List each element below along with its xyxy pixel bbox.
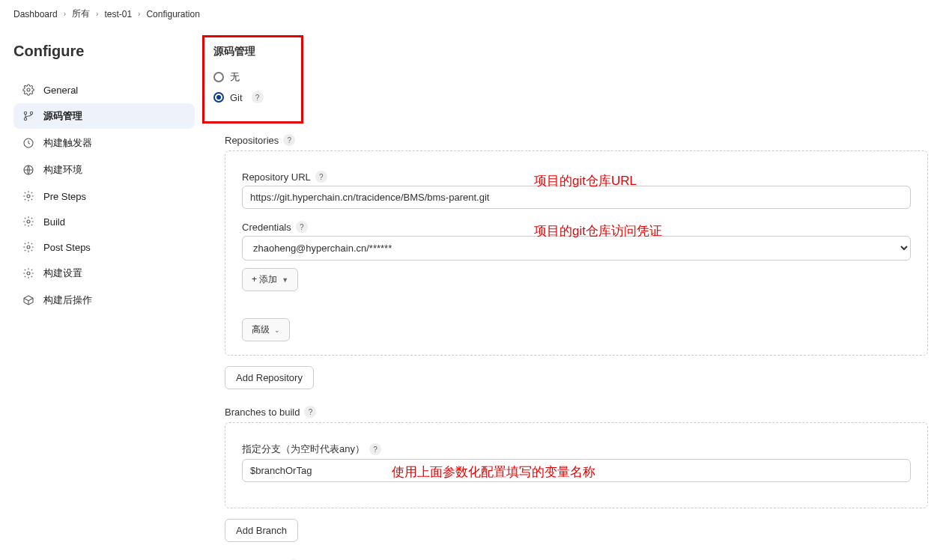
nav-build[interactable]: Build xyxy=(13,210,195,234)
chevron-right-icon: › xyxy=(96,10,98,18)
nav-poststeps[interactable]: Post Steps xyxy=(13,235,195,259)
chevron-right-icon: › xyxy=(64,10,66,18)
breadcrumb-item[interactable]: test-01 xyxy=(104,9,132,19)
scm-option-git[interactable]: Git ? xyxy=(213,91,264,103)
nav-label: Pre Steps xyxy=(43,191,86,202)
help-icon[interactable]: ? xyxy=(315,171,327,183)
chevron-down-icon: ⌄ xyxy=(274,326,280,334)
nav-general[interactable]: General xyxy=(13,78,195,102)
radio-label: 无 xyxy=(230,70,240,84)
nav-label: 构建后操作 xyxy=(43,293,92,307)
svg-point-9 xyxy=(27,272,30,275)
add-credentials-button[interactable]: + 添加 ▼ xyxy=(242,268,298,291)
scm-highlight-box: 源码管理 无 Git ? xyxy=(202,35,303,124)
globe-icon xyxy=(22,164,34,176)
nav-label: Build xyxy=(43,216,65,228)
advanced-button[interactable]: 高级 ⌄ xyxy=(242,318,290,341)
scm-option-none[interactable]: 无 xyxy=(213,70,264,84)
help-icon[interactable]: ? xyxy=(296,221,308,233)
repositories-label: Repositories ? xyxy=(225,134,928,146)
repositories-box: Repository URL ? 项目的git仓库URL Credentials… xyxy=(225,150,928,356)
main-content: 源码管理 无 Git ? Repositories ? Repository U… xyxy=(195,28,943,560)
radio-label: Git xyxy=(230,92,243,103)
chevron-right-icon: › xyxy=(138,10,140,18)
nav-label: 构建环境 xyxy=(43,163,82,177)
add-repository-button[interactable]: Add Repository xyxy=(225,366,314,389)
svg-point-6 xyxy=(27,195,30,198)
breadcrumb-item[interactable]: 所有 xyxy=(72,7,90,20)
svg-point-7 xyxy=(27,220,30,223)
svg-point-8 xyxy=(27,246,30,249)
breadcrumb-item[interactable]: Dashboard xyxy=(13,9,58,19)
chevron-down-icon: ▼ xyxy=(282,276,288,284)
svg-point-2 xyxy=(24,118,26,120)
nav-env[interactable]: 构建环境 xyxy=(13,157,195,183)
box-icon xyxy=(22,294,34,306)
branches-label: Branches to build ? xyxy=(225,406,928,418)
svg-point-3 xyxy=(30,112,32,114)
clock-icon xyxy=(22,137,34,149)
branch-specifier-label: 指定分支（为空时代表any） ? xyxy=(242,442,911,456)
annotation-branch: 使用上面参数化配置填写的变量名称 xyxy=(392,463,595,481)
annotation-url: 项目的git仓库URL xyxy=(534,172,637,189)
nav-postbuild[interactable]: 构建后操作 xyxy=(13,287,195,313)
sidebar: Configure General 源码管理 构建触发器 构建环境 Pre St… xyxy=(0,28,195,560)
nav-settings[interactable]: 构建设置 xyxy=(13,261,195,286)
nav-label: 构建触发器 xyxy=(43,136,92,150)
help-icon[interactable]: ? xyxy=(304,406,316,418)
nav-triggers[interactable]: 构建触发器 xyxy=(13,130,195,156)
nav-scm[interactable]: 源码管理 xyxy=(13,103,195,129)
annotation-credentials: 项目的git仓库访问凭证 xyxy=(534,222,662,240)
scm-title: 源码管理 xyxy=(213,45,264,58)
branches-box: 指定分支（为空时代表any） ? 使用上面参数化配置填写的变量名称 xyxy=(225,422,928,508)
gear-icon xyxy=(22,267,34,279)
radio-icon xyxy=(213,72,224,82)
add-branch-button[interactable]: Add Branch xyxy=(225,519,298,542)
nav-label: 源码管理 xyxy=(43,109,82,123)
help-icon[interactable]: ? xyxy=(283,134,295,146)
svg-point-0 xyxy=(27,88,30,91)
gear-icon xyxy=(22,241,34,253)
nav-label: 构建设置 xyxy=(43,267,82,280)
page-title: Configure xyxy=(13,43,195,60)
nav-label: General xyxy=(43,85,78,96)
nav-presteps[interactable]: Pre Steps xyxy=(13,184,195,208)
branch-icon xyxy=(22,110,34,122)
help-icon[interactable]: ? xyxy=(252,91,264,103)
help-icon[interactable]: ? xyxy=(369,443,381,455)
breadcrumb-item[interactable]: Configuration xyxy=(146,9,199,19)
nav-label: Post Steps xyxy=(43,242,91,253)
radio-checked-icon xyxy=(213,92,224,103)
gear-icon xyxy=(22,84,34,96)
gear-icon xyxy=(22,216,34,228)
svg-point-1 xyxy=(24,112,26,114)
gear-icon xyxy=(22,190,34,202)
breadcrumb: Dashboard › 所有 › test-01 › Configuration xyxy=(0,0,943,28)
